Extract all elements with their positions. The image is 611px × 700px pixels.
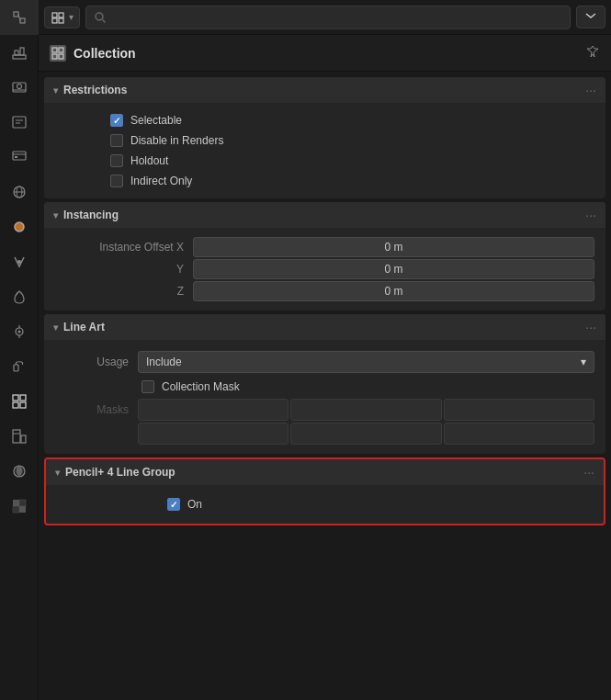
line-art-dots-menu[interactable]: ···: [585, 320, 596, 334]
svg-rect-12: [13, 152, 26, 160]
instance-offset-y-label: Y: [55, 263, 193, 276]
sidebar-item-physics[interactable]: [0, 314, 39, 349]
instance-offset-x-value[interactable]: 0 m: [193, 237, 594, 257]
svg-rect-34: [13, 500, 19, 506]
instancing-header[interactable]: ▾ Instancing ···: [44, 202, 605, 228]
svg-rect-0: [14, 12, 18, 17]
line-art-header-left: ▾ Line Art: [53, 321, 105, 333]
search-bar[interactable]: [85, 6, 571, 29]
indirect-only-checkbox[interactable]: [110, 175, 123, 187]
selectable-label: Selectable: [130, 114, 182, 127]
svg-rect-1: [20, 18, 25, 23]
restrictions-collapse-arrow: ▾: [53, 85, 58, 96]
sidebar-item-world[interactable]: [0, 175, 39, 209]
sidebar-item-collection[interactable]: [0, 384, 39, 419]
usage-dropdown[interactable]: Include ▾: [138, 351, 594, 373]
mask-field-1[interactable]: [138, 399, 289, 421]
masks-label: Masks: [55, 403, 138, 416]
indirect-only-row: Indirect Only: [55, 171, 594, 191]
sidebar-item-view-layer[interactable]: [0, 140, 39, 175]
on-row: On: [57, 492, 593, 516]
panel-content: ▾ Restrictions ··· Selectable Disable in…: [39, 72, 611, 700]
instance-offset-z-value[interactable]: 0 m: [193, 281, 594, 301]
svg-line-20: [16, 291, 19, 296]
sidebar-item-constraints[interactable]: [0, 349, 39, 384]
sidebar-item-particles[interactable]: [0, 279, 39, 314]
instancing-label: Instancing: [63, 209, 119, 221]
svg-rect-9: [13, 117, 26, 128]
line-art-header[interactable]: ▾ Line Art ···: [44, 314, 605, 340]
top-bar: ▾: [39, 0, 611, 35]
masks-fields-2: [138, 423, 594, 445]
pencil-plus-label: Pencil+ 4 Line Group: [65, 466, 175, 479]
masks-fields: [138, 399, 594, 421]
svg-rect-40: [52, 18, 57, 23]
svg-rect-25: [14, 365, 18, 371]
svg-rect-35: [19, 500, 26, 506]
pencil-plus-collapse-arrow: ▾: [55, 468, 60, 478]
pencil-plus-dots-menu[interactable]: ···: [583, 465, 594, 480]
restrictions-header[interactable]: ▾ Restrictions ···: [44, 77, 605, 103]
sidebar-item-object-data[interactable]: [0, 0, 39, 35]
masks-row-2: [55, 423, 594, 445]
collection-panel-icon: [50, 45, 66, 62]
collection-mask-row: Collection Mask: [55, 377, 594, 397]
svg-rect-29: [20, 402, 26, 408]
svg-rect-47: [59, 54, 63, 59]
top-bar-expand[interactable]: [576, 6, 605, 28]
instance-offset-z-row: Z 0 m: [55, 281, 594, 301]
svg-point-8: [17, 85, 21, 89]
on-checkbox[interactable]: [167, 498, 180, 511]
sidebar-item-render[interactable]: [0, 70, 39, 105]
mask-field-4[interactable]: [138, 423, 289, 445]
mask-field-3[interactable]: [444, 399, 594, 421]
sidebar-item-modifiers[interactable]: [0, 244, 39, 279]
pencil-plus-header[interactable]: ▾ Pencil+ 4 Line Group ···: [46, 459, 604, 485]
mask-field-5[interactable]: [290, 423, 441, 445]
svg-rect-26: [13, 395, 18, 401]
svg-rect-45: [59, 48, 63, 52]
svg-rect-28: [13, 402, 18, 408]
sidebar-item-data[interactable]: [0, 419, 39, 454]
mask-field-6[interactable]: [444, 423, 594, 445]
selectable-checkbox[interactable]: [110, 114, 123, 127]
holdout-checkbox[interactable]: [110, 154, 123, 167]
svg-point-22: [17, 331, 20, 333]
instancing-section: ▾ Instancing ··· Instance Offset X 0 m Y…: [44, 202, 605, 310]
svg-rect-14: [15, 156, 17, 158]
svg-rect-41: [59, 18, 63, 23]
svg-rect-46: [52, 54, 57, 59]
svg-rect-44: [52, 48, 57, 52]
svg-rect-4: [15, 51, 18, 55]
svg-point-19: [17, 260, 21, 264]
holdout-label: Holdout: [130, 154, 168, 167]
svg-point-18: [15, 222, 24, 231]
instance-offset-y-value[interactable]: 0 m: [193, 259, 594, 279]
pin-icon[interactable]: [585, 44, 600, 62]
pencil-plus-section: ▾ Pencil+ 4 Line Group ··· On: [44, 457, 605, 525]
sidebar-item-scene[interactable]: [0, 35, 39, 70]
restrictions-dots-menu[interactable]: ···: [585, 83, 596, 97]
sidebar: [0, 0, 39, 700]
line-art-label: Line Art: [63, 321, 105, 333]
svg-rect-5: [20, 48, 24, 55]
disable-renders-checkbox[interactable]: [110, 134, 123, 147]
svg-rect-38: [52, 13, 57, 17]
panel-title: Collection: [74, 46, 136, 61]
sidebar-item-output[interactable]: [0, 105, 39, 140]
collection-mask-checkbox[interactable]: [141, 380, 154, 393]
mask-field-2[interactable]: [290, 399, 441, 421]
pencil-plus-header-left: ▾ Pencil+ 4 Line Group: [55, 466, 175, 479]
instancing-collapse-arrow: ▾: [53, 210, 58, 220]
restrictions-body: Selectable Disable in Renders Holdout In…: [44, 103, 605, 198]
dropdown-button[interactable]: ▾: [44, 6, 80, 28]
disable-renders-label: Disable in Renders: [130, 134, 223, 147]
holdout-row: Holdout: [55, 151, 594, 171]
svg-line-2: [18, 15, 20, 21]
sidebar-item-object[interactable]: [0, 209, 39, 244]
line-art-section: ▾ Line Art ··· Usage Include ▾ Collectio…: [44, 314, 605, 454]
instance-offset-z-label: Z: [55, 285, 193, 298]
sidebar-item-checker[interactable]: [0, 489, 39, 524]
instancing-dots-menu[interactable]: ···: [585, 208, 596, 222]
sidebar-item-material[interactable]: [0, 454, 39, 489]
